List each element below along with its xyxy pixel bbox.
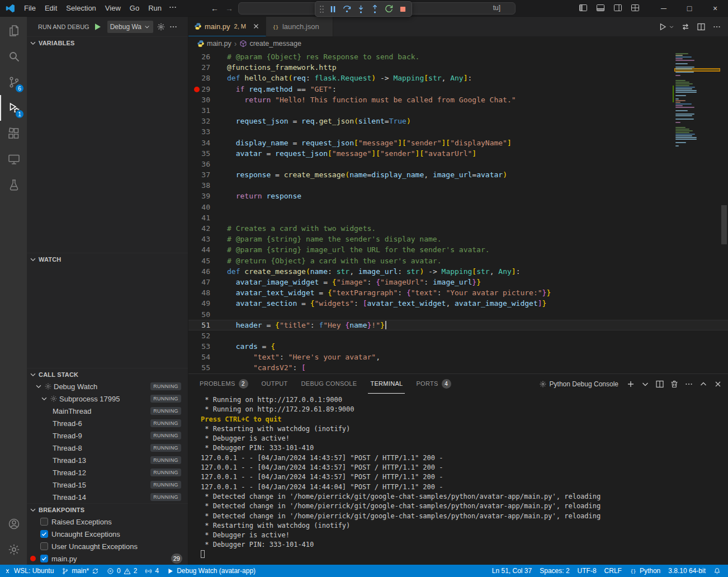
callstack-row[interactable]: Thread-15RUNNING [27, 479, 188, 491]
debug-pause-button[interactable] [327, 3, 339, 16]
editor-scrollbar[interactable] [720, 51, 728, 373]
watch-section-header[interactable]: WATCH [27, 253, 188, 266]
code-line[interactable]: 37 response = create_message(name=displa… [188, 169, 728, 180]
code-line[interactable]: 26# @param {Object} res Response to send… [188, 51, 728, 62]
callstack-row[interactable]: Thread-14RUNNING [27, 491, 188, 503]
go-back-button[interactable]: ← [209, 4, 220, 13]
minimize-button[interactable]: ─ [651, 0, 677, 17]
code-line[interactable]: 42# Creates a card with two widgets. [188, 223, 728, 234]
activity-testing[interactable] [0, 172, 27, 198]
maximize-button[interactable]: □ [677, 0, 702, 17]
views-more-actions-button[interactable] [169, 22, 178, 31]
notifications[interactable] [710, 565, 725, 577]
panel-tab-output[interactable]: OUTPUT [259, 374, 290, 394]
breadcrumb-item[interactable]: create_message [239, 40, 301, 48]
checkbox[interactable] [40, 542, 48, 550]
code-line[interactable]: 46def create_message(name: str, image_ur… [188, 266, 728, 277]
activity-search[interactable] [0, 44, 27, 69]
code-line[interactable]: 47 avatar_image_widget = {"image": {"ima… [188, 277, 728, 287]
debug-restart-button[interactable] [382, 3, 395, 16]
terminal-dropdown-button[interactable] [641, 380, 650, 389]
scrollbar-thumb[interactable] [721, 205, 727, 244]
debug-step-over-button[interactable] [341, 3, 353, 16]
kill-terminal-button[interactable] [670, 380, 679, 389]
callstack-row[interactable]: Thread-8RUNNING [27, 442, 188, 454]
panel-tab-ports[interactable]: PORTS4 [414, 374, 453, 394]
callstack-row[interactable]: Thread-12RUNNING [27, 466, 188, 479]
terminal-output[interactable]: * Running on http://127.0.0.1:9000 * Run… [188, 394, 728, 565]
debug-status[interactable]: Debug Watch (avatar-app) [163, 565, 259, 577]
minimap[interactable] [675, 51, 720, 373]
code-line[interactable]: 54 "text": "Here's your avatar", [188, 352, 728, 362]
problems[interactable]: 02 [103, 565, 141, 577]
callstack-row[interactable]: Thread-9RUNNING [27, 429, 188, 442]
checkbox[interactable] [40, 518, 48, 526]
checkbox[interactable] [40, 530, 48, 538]
activity-source-control[interactable]: 6 [0, 69, 27, 95]
menu-file[interactable]: File [20, 2, 40, 14]
debug-step-into-button[interactable] [354, 3, 367, 16]
menu-view[interactable]: View [101, 2, 125, 14]
menu-overflow-button[interactable] [166, 1, 179, 15]
close-button[interactable]: × [702, 0, 728, 17]
activity-remote-explorer[interactable] [0, 146, 27, 172]
run-python-file-button[interactable] [658, 22, 667, 31]
callstack-row[interactable]: Thread-6RUNNING [27, 417, 188, 429]
callstack-row[interactable]: Subprocess 17995RUNNING [27, 392, 188, 405]
activity-settings[interactable] [0, 537, 27, 562]
split-editor-button[interactable] [697, 22, 706, 31]
encoding[interactable]: UTF-8 [574, 565, 601, 577]
more-actions-button[interactable] [712, 22, 721, 31]
breakpoint-row[interactable]: Uncaught Exceptions [27, 528, 188, 540]
callstack-row[interactable]: MainThreadRUNNING [27, 405, 188, 417]
panel-tab-terminal[interactable]: TERMINAL [368, 374, 405, 394]
activity-extensions[interactable] [0, 121, 27, 146]
breakpoint-row[interactable]: Raised Exceptions [27, 515, 188, 528]
code-line[interactable]: 49 avatar_section = {"widgets": [avatar_… [188, 298, 728, 309]
split-terminal-button[interactable] [655, 380, 664, 389]
debug-stop-button[interactable] [396, 3, 409, 16]
menu-run[interactable]: Run [144, 2, 166, 14]
code-line[interactable]: 32 request_json = req.get_json(silent=Tr… [188, 116, 728, 126]
variables-section-header[interactable]: VARIABLES [27, 37, 188, 49]
more-actions-button[interactable] [684, 380, 693, 389]
code-line[interactable]: 38 [188, 180, 728, 191]
code-line[interactable]: 43# @param {string} name the sender's di… [188, 234, 728, 244]
python-version[interactable]: 3.8.10 64-bit [664, 565, 710, 577]
run-dropdown-button[interactable] [669, 24, 674, 30]
close-panel-button[interactable] [713, 380, 722, 389]
breakpoint-row[interactable]: main.py29 [27, 552, 188, 565]
callstack-row[interactable]: Debug WatchRUNNING [27, 380, 188, 392]
code-line[interactable]: 28def hello_chat(req: flask.Request) -> … [188, 73, 728, 83]
launch-settings-button[interactable] [157, 22, 166, 31]
menu-edit[interactable]: Edit [40, 2, 62, 14]
code-line[interactable]: 39 return response [188, 191, 728, 201]
code-line[interactable]: 50 [188, 309, 728, 320]
code-line[interactable]: 35 avatar = request_json["message"]["sen… [188, 148, 728, 159]
tab-main-py[interactable]: main.py2, M [188, 17, 266, 36]
code-editor[interactable]: 26# @param {Object} res Response to send… [188, 51, 728, 373]
terminal-profile[interactable]: Python Debug Console [539, 380, 618, 388]
code-line[interactable]: 40 [188, 202, 728, 212]
command-center[interactable]: tu] [238, 2, 516, 15]
code-line[interactable]: 53 cards = { [188, 341, 728, 352]
menu-go[interactable]: Go [125, 2, 144, 14]
code-line[interactable]: 41 [188, 212, 728, 223]
breadcrumb-item[interactable]: main.py [197, 40, 231, 48]
launch-configuration-dropdown[interactable]: Debug Wa [107, 21, 153, 33]
panel-tab-problems[interactable]: PROBLEMS2 [197, 374, 250, 394]
start-debugging-button[interactable] [93, 22, 102, 31]
code-line[interactable]: 27@functions_framework.http [188, 62, 728, 73]
code-line[interactable]: 36 [188, 159, 728, 169]
call-stack-section-header[interactable]: CALL STACK [27, 368, 188, 380]
panel-tab-debug-console[interactable]: DEBUG CONSOLE [299, 374, 360, 394]
code-line[interactable]: 55 "cardsV2": [ [188, 362, 728, 373]
remote-indicator[interactable]: WSL: Ubuntu [0, 565, 58, 577]
forwarded-ports[interactable]: 4 [141, 565, 163, 577]
code-line[interactable]: 44# @param {string} image_url the URL fo… [188, 244, 728, 255]
code-line[interactable]: 52 [188, 330, 728, 341]
activity-explorer[interactable] [0, 18, 27, 44]
code-line[interactable]: 29 if req.method == "GET": [188, 84, 728, 94]
activity-run-and-debug[interactable]: 1 [0, 95, 27, 121]
breakpoint-row[interactable]: User Uncaught Exceptions [27, 540, 188, 552]
